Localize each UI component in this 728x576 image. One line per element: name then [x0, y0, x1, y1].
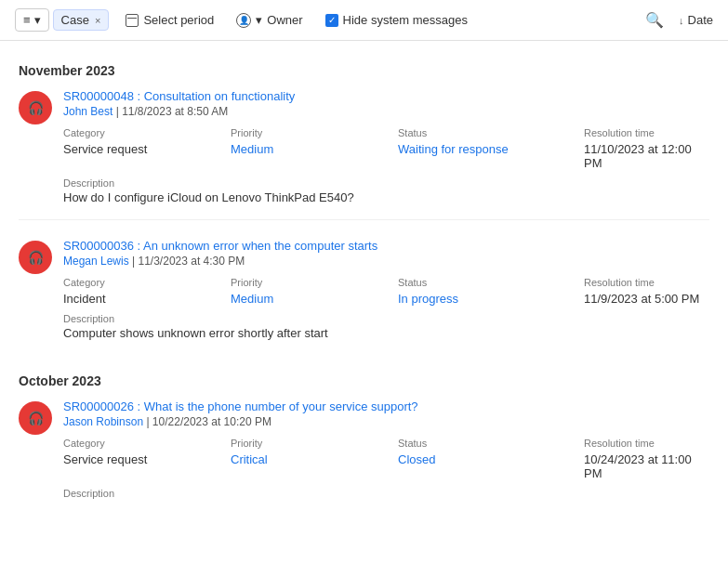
case-body-sr36: SR00000036 : An unknown error when the c… — [63, 239, 709, 340]
status-value-sr48: Waiting for response — [398, 142, 584, 170]
case-type-icon-sr36: 🎧 — [28, 250, 44, 265]
resolution-value-sr26: 10/24/2023 at 11:00 PM — [584, 452, 709, 480]
case-tag-label: Case — [61, 13, 89, 27]
case-date-sr36: 11/3/2023 at 4:30 PM — [139, 255, 245, 268]
status-label-sr26: Status — [398, 438, 584, 449]
priority-label-sr36: Priority — [231, 277, 398, 288]
case-meta-sr48: John Best | 11/8/2023 at 8:50 AM — [63, 105, 709, 118]
desc-text-sr36: Computer shows unknown error shortly aft… — [63, 326, 709, 340]
sort-arrow-icon: ↓ — [679, 15, 684, 26]
priority-value-sr26: Critical — [231, 452, 398, 480]
case-card-sr26: 🎧 SR00000026 : What is the phone number … — [19, 399, 709, 516]
case-fields-sr48: Category Priority Status Resolution time… — [63, 127, 709, 170]
desc-label-sr26: Description — [63, 488, 709, 499]
hide-system-label: Hide system messages — [343, 13, 468, 27]
priority-value-sr36: Medium — [231, 292, 398, 306]
month-header-november: November 2023 — [19, 63, 709, 78]
owner-button[interactable]: 👤 ▾ Owner — [231, 9, 308, 32]
case-meta-sr26: Jason Robinson | 10/22/2023 at 10:20 PM — [63, 415, 709, 428]
section-november: November 2023 🎧 SR00000048 : Consultatio… — [19, 63, 709, 355]
case-body-sr26: SR00000026 : What is the phone number of… — [63, 399, 709, 501]
case-tag-close[interactable]: × — [95, 15, 100, 26]
filter-lines-icon: ≡ — [23, 13, 31, 27]
desc-label-sr36: Description — [63, 313, 709, 324]
date-sort-button[interactable]: ↓ Date — [679, 13, 713, 27]
priority-value-sr48: Medium — [231, 142, 398, 170]
category-value-sr48: Service request — [63, 142, 231, 170]
case-fields-sr36: Category Priority Status Resolution time… — [63, 277, 709, 306]
case-author-sr26[interactable]: Jason Robinson — [63, 415, 143, 428]
owner-dropdown-arrow: ▾ — [256, 13, 262, 27]
priority-label-sr26: Priority — [231, 438, 398, 449]
case-tag: Case × — [53, 9, 110, 31]
owner-label: Owner — [267, 13, 302, 27]
month-header-october: October 2023 — [19, 373, 709, 388]
category-value-sr36: Incident — [63, 292, 231, 306]
case-avatar-sr48: 🎧 — [19, 91, 52, 124]
select-period-label: Select period — [143, 13, 214, 27]
desc-text-sr48: How do I configure iCloud on Lenovo Thin… — [63, 190, 709, 204]
filter-group: ≡ ▾ Case × — [15, 8, 109, 32]
priority-label-sr48: Priority — [231, 127, 398, 138]
category-label-sr48: Category — [63, 127, 231, 138]
resolution-value-sr36: 11/9/2023 at 5:00 PM — [584, 292, 709, 306]
desc-label-sr48: Description — [63, 177, 709, 189]
calendar-icon — [126, 14, 139, 27]
case-title-link-sr36[interactable]: SR00000036 : An unknown error when the c… — [63, 239, 377, 253]
case-meta-sr36: Megan Lewis | 11/3/2023 at 4:30 PM — [63, 255, 709, 268]
status-label-sr36: Status — [398, 277, 584, 288]
hide-system-toggle[interactable]: Hide system messages — [320, 9, 473, 31]
main-content: November 2023 🎧 SR00000048 : Consultatio… — [0, 41, 728, 549]
case-body-sr48: SR00000048 : Consultation on functionali… — [63, 89, 709, 204]
category-value-sr26: Service request — [63, 452, 231, 480]
case-card-sr36: 🎧 SR00000036 : An unknown error when the… — [19, 239, 709, 355]
toolbar: ≡ ▾ Case × Select period 👤 ▾ Owner Hide … — [0, 0, 728, 41]
status-label-sr48: Status — [398, 127, 584, 138]
toolbar-right: 🔍 ↓ Date — [645, 11, 713, 29]
select-period-button[interactable]: Select period — [120, 9, 219, 31]
case-avatar-sr36: 🎧 — [19, 241, 52, 274]
status-value-sr26: Closed — [398, 452, 584, 480]
case-date-sr48: 11/8/2023 at 8:50 AM — [122, 105, 228, 118]
section-october: October 2023 🎧 SR00000026 : What is the … — [19, 373, 709, 516]
person-icon: 👤 — [236, 13, 251, 28]
case-fields-sr26: Category Priority Status Resolution time… — [63, 438, 709, 480]
case-author-sr48[interactable]: John Best — [63, 105, 113, 118]
resolution-label-sr26: Resolution time — [584, 438, 709, 449]
resolution-label-sr48: Resolution time — [584, 127, 709, 138]
case-title-row-sr48: SR00000048 : Consultation on functionali… — [63, 89, 709, 103]
case-title-row-sr26: SR00000026 : What is the phone number of… — [63, 399, 709, 413]
checkbox-icon — [325, 14, 338, 27]
case-type-icon-sr26: 🎧 — [28, 411, 44, 425]
filter-button[interactable]: ≡ ▾ — [15, 8, 49, 32]
case-type-icon-sr48: 🎧 — [28, 100, 44, 115]
case-author-sr36[interactable]: Megan Lewis — [63, 255, 129, 268]
case-title-row-sr36: SR00000036 : An unknown error when the c… — [63, 239, 709, 253]
category-label-sr26: Category — [63, 438, 231, 449]
case-title-link-sr26[interactable]: SR00000026 : What is the phone number of… — [63, 399, 418, 413]
case-card-sr48: 🎧 SR00000048 : Consultation on functiona… — [19, 89, 709, 220]
filter-dropdown-arrow: ▾ — [34, 13, 41, 27]
category-label-sr36: Category — [63, 277, 231, 288]
case-date-sr26: 10/22/2023 at 10:20 PM — [152, 415, 271, 428]
date-sort-label: Date — [688, 13, 713, 27]
case-title-link-sr48[interactable]: SR00000048 : Consultation on functionali… — [63, 89, 295, 103]
search-button[interactable]: 🔍 — [645, 11, 664, 29]
status-value-sr36: In progress — [398, 292, 584, 306]
resolution-value-sr48: 11/10/2023 at 12:00 PM — [584, 142, 709, 170]
case-avatar-sr26: 🎧 — [19, 401, 52, 435]
resolution-label-sr36: Resolution time — [584, 277, 709, 288]
